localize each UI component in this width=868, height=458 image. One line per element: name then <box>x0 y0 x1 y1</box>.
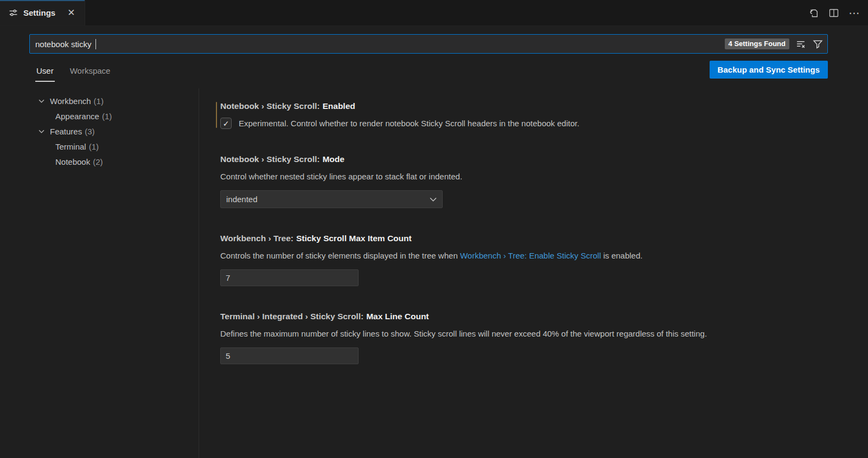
toc-label: Features <box>50 127 82 136</box>
setting-title: Workbench › Tree:Sticky Scroll Max Item … <box>220 233 825 244</box>
setting-workbench-tree-stickyscroll-max-item-count: Workbench › Tree:Sticky Scroll Max Item … <box>220 233 825 286</box>
editor-actions: ⋯ <box>807 0 860 26</box>
chevron-down-icon[interactable] <box>37 127 46 136</box>
max-line-count-input[interactable] <box>220 347 359 364</box>
setting-label: Enabled <box>322 101 355 111</box>
related-setting-link[interactable]: Workbench › Tree: Enable Sticky Scroll <box>460 251 601 260</box>
text-caret <box>95 39 97 49</box>
clear-search-filters-icon[interactable] <box>795 38 806 49</box>
settings-search-input[interactable]: notebook sticky 4 Settings Found <box>29 34 828 54</box>
setting-description: Control whether nested sticky lines appe… <box>220 171 825 182</box>
setting-description: Controls the number of sticky elements d… <box>220 250 825 261</box>
chevron-down-icon <box>430 197 437 202</box>
settings-toc-tree: Workbench (1) Appearance (1) Features (3… <box>0 93 195 169</box>
toc-label: Terminal <box>55 142 86 151</box>
toc-label: Workbench <box>50 96 91 106</box>
setting-label: Mode <box>322 154 344 164</box>
toc-count: (1) <box>94 96 104 106</box>
settings-list: Notebook › Sticky Scroll:Enabled ✓ Exper… <box>220 101 825 389</box>
toc-item-workbench[interactable]: Workbench (1) <box>0 93 195 108</box>
tab-workspace[interactable]: Workspace <box>69 62 112 82</box>
tab-settings[interactable]: Settings ✕ <box>0 0 85 25</box>
more-actions-icon[interactable]: ⋯ <box>848 7 860 19</box>
description-text: is enabled. <box>601 251 643 260</box>
toc-label: Notebook <box>55 157 90 166</box>
setting-category: Workbench › Tree: <box>220 234 293 243</box>
split-editor-icon[interactable] <box>828 7 840 19</box>
max-item-count-input[interactable] <box>220 269 359 286</box>
toc-count: (3) <box>85 127 94 136</box>
tab-title: Settings <box>23 8 55 17</box>
settings-scope-row: User Workspace Backup and Sync Settings <box>29 60 828 83</box>
chevron-down-icon[interactable] <box>37 96 46 105</box>
setting-category: Notebook › Sticky Scroll: <box>220 101 320 111</box>
setting-terminal-stickyscroll-max-line-count: Terminal › Integrated › Sticky Scroll:Ma… <box>220 311 825 364</box>
setting-description: Defines the maximum number of sticky lin… <box>220 328 825 339</box>
close-tab-icon[interactable]: ✕ <box>65 6 77 20</box>
toc-item-terminal[interactable]: Terminal (1) <box>0 139 195 154</box>
checkbox-checked[interactable]: ✓ <box>220 118 232 129</box>
settings-sliders-icon <box>9 8 18 17</box>
selected-value: indented <box>226 195 258 204</box>
toc-item-notebook[interactable]: Notebook (2) <box>0 154 195 169</box>
mode-select-dropdown[interactable]: indented <box>220 190 443 208</box>
setting-category: Terminal › Integrated › Sticky Scroll: <box>220 312 363 321</box>
setting-description: Experimental. Control whether to render … <box>239 118 579 129</box>
setting-title: Terminal › Integrated › Sticky Scroll:Ma… <box>220 311 825 322</box>
setting-label: Max Line Count <box>366 312 429 321</box>
check-icon: ✓ <box>223 119 229 128</box>
setting-category: Notebook › Sticky Scroll: <box>220 154 320 164</box>
backup-and-sync-settings-button[interactable]: Backup and Sync Settings <box>710 61 828 79</box>
search-query-text: notebook sticky <box>35 40 94 49</box>
toc-count: (2) <box>93 157 103 166</box>
setting-title: Notebook › Sticky Scroll:Mode <box>220 154 825 165</box>
toc-settings-divider <box>199 88 199 458</box>
toc-count: (1) <box>89 142 99 151</box>
setting-notebook-stickyscroll-enabled: Notebook › Sticky Scroll:Enabled ✓ Exper… <box>220 101 825 129</box>
open-settings-json-icon[interactable] <box>807 7 819 19</box>
toc-label: Appearance <box>55 112 99 121</box>
scope-tabs: User Workspace <box>35 62 111 82</box>
editor-tab-bar: Settings ✕ ⋯ <box>0 0 868 26</box>
results-count-badge: 4 Settings Found <box>725 38 789 49</box>
toc-item-features[interactable]: Features (3) <box>0 124 195 139</box>
filter-icon[interactable] <box>812 38 823 49</box>
setting-title: Notebook › Sticky Scroll:Enabled <box>220 101 825 112</box>
setting-notebook-stickyscroll-mode: Notebook › Sticky Scroll:Mode Control wh… <box>220 154 825 208</box>
toc-item-appearance[interactable]: Appearance (1) <box>0 108 195 124</box>
setting-label: Sticky Scroll Max Item Count <box>296 234 412 243</box>
toc-count: (1) <box>102 112 112 121</box>
tab-user[interactable]: User <box>35 62 55 82</box>
description-text: Controls the number of sticky elements d… <box>220 251 460 260</box>
